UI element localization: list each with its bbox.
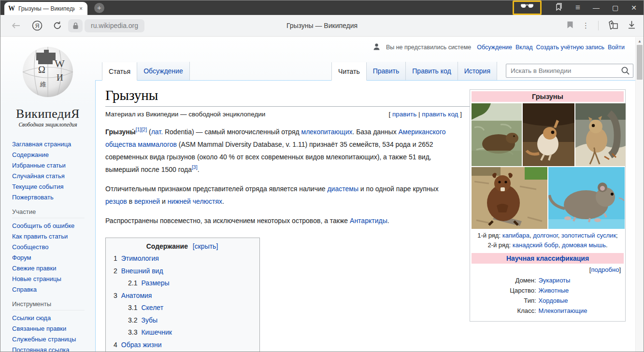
yandex-icon[interactable]: Я	[31, 20, 43, 31]
wiki-link[interactable]: править	[392, 111, 416, 118]
sidebar-item[interactable]: Сообщество	[12, 244, 95, 250]
bookmarks-panel-icon[interactable]	[554, 2, 563, 13]
reference-link[interactable]: [3]	[192, 164, 198, 170]
sidebar-item[interactable]: Служебные страницы	[12, 336, 95, 342]
sidebar-item[interactable]: Заглавная страница	[12, 141, 95, 147]
wiki-link[interactable]: верхней	[134, 197, 160, 205]
sidebar-item[interactable]: Избранные статьи	[12, 162, 95, 169]
tab-close-icon[interactable]: ×	[78, 5, 84, 12]
wiki-link[interactable]: канадский бобр	[513, 241, 558, 249]
sidebar-item[interactable]: Случайная статья	[12, 173, 95, 179]
close-button[interactable]: ✕	[631, 0, 637, 15]
scrollbar-up-arrow[interactable]: ▲	[636, 37, 644, 43]
collections-icon[interactable]	[607, 20, 619, 31]
toc-link[interactable]: Размеры	[141, 279, 169, 287]
toc-link[interactable]: Скелет	[141, 304, 163, 311]
text-run: и по одной паре крупных	[358, 185, 439, 193]
wiki-link[interactable]: домовая мышь	[562, 241, 606, 249]
taxo-rank-label: Царство:	[472, 285, 539, 296]
incognito-glasses-icon[interactable]	[520, 3, 534, 12]
taxo-rank-label: Домен:	[472, 275, 539, 285]
taxo-rank-value[interactable]: Хордовые	[539, 296, 568, 306]
taxo-rank-value[interactable]: Эукариоты	[539, 275, 571, 285]
wiki-link[interactable]: лат.	[151, 128, 163, 136]
taxo-rank-value[interactable]: Животные	[539, 285, 569, 296]
more-options-icon[interactable]: ⋮	[582, 21, 589, 30]
page-scrollbar[interactable]: ▲	[635, 37, 644, 352]
tab-Обсуждение[interactable]: Обсуждение	[137, 62, 190, 80]
tab-Статья[interactable]: Статья	[102, 62, 137, 81]
capybara-image[interactable]	[472, 103, 522, 166]
personal-link[interactable]: Обсуждение	[477, 44, 512, 51]
sidebar-item[interactable]: Связанные правки	[12, 325, 95, 332]
springhare-image[interactable]	[523, 103, 574, 166]
sidebar-item[interactable]: Ссылки сюда	[12, 315, 95, 321]
scrollbar-thumb[interactable]	[637, 45, 643, 80]
personal-link[interactable]: Вклад	[515, 44, 533, 51]
wiki-link[interactable]: диастемы	[327, 185, 358, 193]
maximize-button[interactable]: ▢	[612, 0, 618, 15]
svg-text:Я: Я	[35, 23, 40, 29]
taxo-rank-value[interactable]: Млекопитающие	[539, 306, 587, 316]
sidebar-item[interactable]: Новые страницы	[12, 276, 95, 282]
text-run: ]	[619, 266, 621, 273]
wiki-link[interactable]: капибара	[502, 232, 530, 239]
downloads-icon[interactable]	[628, 20, 636, 31]
toc-link[interactable]: Образ жизни	[121, 341, 162, 349]
sidebar-item[interactable]: Как править статьи	[12, 233, 95, 239]
classification-header-link[interactable]: Научная классификация	[506, 254, 589, 262]
sidebar-item[interactable]: Форум	[12, 254, 95, 261]
personal-link[interactable]: Войти	[608, 44, 625, 51]
toc-link[interactable]: Анатомия	[121, 292, 152, 299]
tab-Править код[interactable]: Править код	[406, 62, 458, 80]
browser-tab[interactable]: W Грызуны — Википедия ×	[4, 2, 87, 15]
sidebar-item[interactable]: Постоянная ссылка	[12, 347, 95, 352]
site-security-chip[interactable]	[68, 19, 83, 32]
url-chip[interactable]: ru.wikipedia.org	[85, 19, 144, 32]
wiki-link[interactable]: Антарктиды	[350, 217, 387, 225]
sidebar-item[interactable]: Пожертвовать	[12, 194, 95, 200]
bookmark-icon[interactable]	[567, 21, 573, 31]
sidebar-item[interactable]: Свежие правки	[12, 265, 95, 271]
back-icon[interactable]	[11, 22, 21, 29]
toc-number: 1	[114, 254, 117, 262]
wiki-link[interactable]: долгоног	[533, 232, 558, 239]
tab-История[interactable]: История	[458, 62, 497, 80]
tab-Править[interactable]: Править	[367, 62, 406, 80]
search-input[interactable]	[506, 64, 633, 78]
text-run: [	[389, 111, 393, 118]
text-run: (	[147, 128, 151, 136]
wiki-link[interactable]: подробно	[591, 266, 619, 273]
sidebar-item[interactable]: Текущие события	[12, 183, 95, 190]
toc-hide-toggle[interactable]: [скрыть]	[193, 242, 218, 250]
golden-squirrel-image[interactable]	[575, 103, 626, 166]
sidebar-item[interactable]: Справка	[12, 286, 95, 293]
toc-link[interactable]: Кишечник	[141, 328, 172, 336]
toc-link[interactable]: Зубы	[141, 316, 157, 324]
sidebar-item[interactable]: Сообщить об ошибке	[12, 223, 95, 229]
table-of-contents: Содержание [скрыть] 1Этимология2Внешний …	[105, 238, 260, 352]
wiki-link[interactable]: править код	[422, 111, 458, 118]
wiki-link[interactable]: золотистый суслик	[561, 232, 616, 239]
new-tab-button[interactable]: +	[94, 3, 104, 13]
sidebar-item[interactable]: Содержание	[12, 152, 95, 158]
search-icon[interactable]	[621, 66, 630, 77]
browser-menu-icon[interactable]: ≡	[575, 3, 580, 13]
toc-link[interactable]: Внешний вид	[121, 267, 163, 275]
wiki-link[interactable]: млекопитающих	[301, 128, 353, 136]
reference-link[interactable]: [2]	[141, 127, 147, 132]
reload-icon[interactable]	[53, 21, 62, 30]
wiki-link[interactable]: нижней челюстях	[168, 197, 222, 205]
wiki-link[interactable]: резцов	[105, 197, 127, 205]
wikipedia-logo[interactable]: Ω W И 維 ВикипедиЯ Свободная энциклопедия	[0, 37, 95, 127]
text-run: .	[198, 166, 200, 173]
minimize-button[interactable]: —	[593, 0, 600, 15]
beaver-image[interactable]	[472, 167, 547, 229]
paragraph-1: Грызуны́[1][2] (лат. Rodentia) — самый м…	[105, 126, 460, 176]
tab-Читать[interactable]: Читать	[331, 62, 367, 81]
personal-link[interactable]: Создать учётную запись	[536, 44, 604, 51]
toc-link[interactable]: Этимология	[121, 254, 159, 262]
house-mouse-image[interactable]	[548, 167, 625, 229]
reference-link[interactable]: [1]	[136, 127, 142, 132]
text-run: Отличительным признаком представителей о…	[105, 185, 327, 193]
